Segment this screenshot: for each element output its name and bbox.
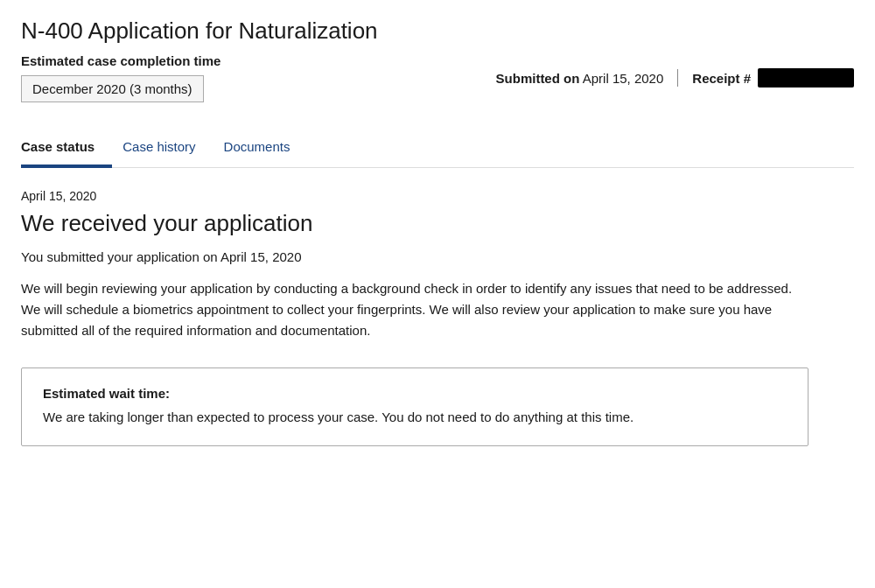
meta-right: Submitted on April 15, 2020 Receipt # [496,68,854,88]
content-body: We will begin reviewing your application… [21,278,808,341]
top-section: N-400 Application for Naturalization Est… [21,18,854,102]
page-title: N-400 Application for Naturalization [21,18,854,45]
page-container: N-400 Application for Naturalization Est… [0,0,875,467]
meta-left: Estimated case completion time December … [21,53,496,102]
tabs-container: Case status Case history Documents [21,129,854,168]
tab-case-status[interactable]: Case status [21,129,112,168]
tab-documents[interactable]: Documents [214,129,308,168]
content-subtitle: You submitted your application on April … [21,249,854,264]
content-heading: We received your application [21,210,854,237]
vertical-divider [677,69,678,87]
tab-case-history[interactable]: Case history [112,129,213,168]
submitted-text: Submitted on April 15, 2020 [496,71,664,86]
receipt-block: Receipt # [692,68,854,88]
wait-time-title: Estimated wait time: [43,386,787,401]
wait-time-text: We are taking longer than expected to pr… [43,408,787,428]
estimated-label: Estimated case completion time [21,53,496,68]
completion-badge: December 2020 (3 months) [21,75,204,102]
content-date: April 15, 2020 [21,189,854,203]
wait-time-box: Estimated wait time: We are taking longe… [21,368,808,446]
case-status-content: April 15, 2020 We received your applicat… [21,189,854,446]
receipt-label: Receipt # [692,71,751,86]
tabs-list: Case status Case history Documents [21,129,854,167]
header-row: Estimated case completion time December … [21,53,854,102]
receipt-redacted [758,68,854,88]
